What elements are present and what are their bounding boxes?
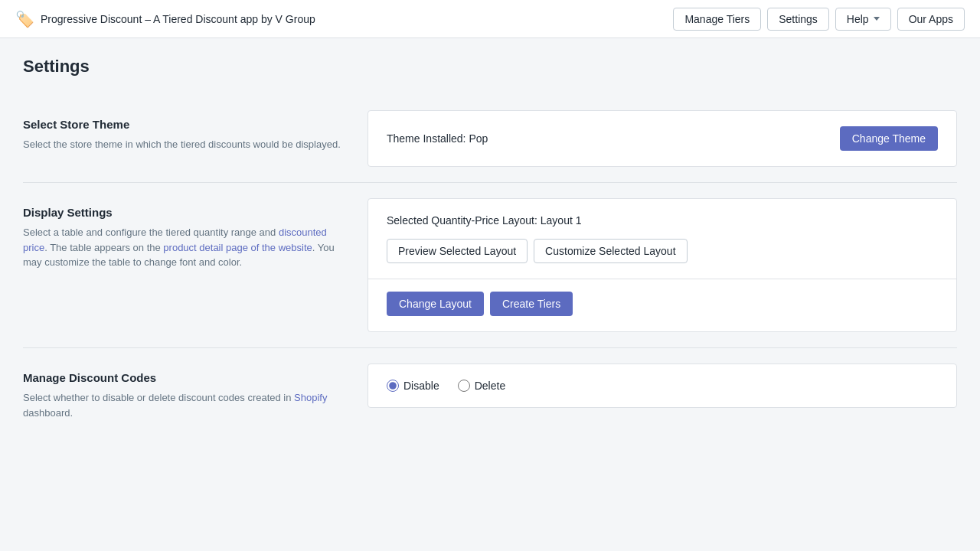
theme-installed-text: Theme Installed: Pop [387,132,488,145]
disable-radio[interactable] [387,380,399,392]
store-theme-content: Theme Installed: Pop Change Theme [352,95,957,182]
display-settings-label: Display Settings Select a table and conf… [23,183,352,347]
create-tiers-button[interactable]: Create Tiers [490,292,573,316]
display-settings-section: Display Settings Select a table and conf… [23,183,957,347]
settings-button[interactable]: Settings [767,8,829,31]
help-label: Help [847,13,869,25]
chevron-down-icon [874,17,880,21]
manage-codes-section: Manage Discount Codes Select whether to … [23,348,957,443]
store-theme-section: Select Store Theme Select the store them… [23,95,957,182]
store-theme-label: Select Store Theme Select the store them… [23,95,352,182]
manage-codes-label: Manage Discount Codes Select whether to … [23,348,352,443]
store-theme-card: Theme Installed: Pop Change Theme [368,110,957,167]
disable-radio-item[interactable]: Disable [387,380,439,392]
header-nav: Manage Tiers Settings Help Our Apps [673,8,965,31]
help-button[interactable]: Help [835,8,891,31]
display-settings-description: Select a table and configure the tiered … [23,225,352,270]
radio-row: Disable Delete [387,380,938,392]
delete-label: Delete [475,380,505,392]
page-title: Settings [23,57,957,77]
customize-selected-layout-button[interactable]: Customize Selected Layout [534,239,687,263]
our-apps-button[interactable]: Our Apps [897,8,965,31]
preview-selected-layout-button[interactable]: Preview Selected Layout [387,239,528,263]
main-content: Settings Select Store Theme Select the s… [0,38,980,461]
delete-radio-item[interactable]: Delete [458,380,505,392]
selected-layout-prefix: Selected Quantity-Price Layout: [387,214,537,227]
theme-installed-prefix: Theme Installed: [387,132,466,145]
theme-row: Theme Installed: Pop Change Theme [387,126,938,151]
inner-divider [368,279,956,279]
store-theme-description: Select the store theme in which the tier… [23,137,352,152]
display-settings-card: Selected Quantity-Price Layout: Layout 1… [368,198,957,332]
change-theme-button[interactable]: Change Theme [840,126,938,151]
change-layout-button[interactable]: Change Layout [387,292,484,316]
manage-codes-heading: Manage Discount Codes [23,371,352,384]
manage-codes-content: Disable Delete [352,348,957,443]
display-settings-content: Selected Quantity-Price Layout: Layout 1… [352,183,957,347]
theme-name: Pop [469,132,488,145]
header-logo: 🏷️ Progressive Discount – A Tiered Disco… [15,10,673,28]
delete-radio[interactable] [458,380,470,392]
product-detail-link: product detail page of the website [163,242,312,253]
manage-codes-description: Select whether to disable or delete disc… [23,390,352,420]
shopify-link: Shopify [294,392,327,403]
display-settings-heading: Display Settings [23,206,352,219]
manage-codes-card: Disable Delete [368,364,957,408]
disable-label: Disable [403,380,439,392]
app-logo-icon: 🏷️ [15,10,34,28]
store-theme-heading: Select Store Theme [23,118,352,131]
manage-tiers-button[interactable]: Manage Tiers [673,8,761,31]
layout-name: Layout 1 [541,214,582,227]
action-buttons-row: Change Layout Create Tiers [387,292,938,316]
app-title: Progressive Discount – A Tiered Discount… [41,13,315,25]
layout-buttons-row: Preview Selected Layout Customize Select… [387,239,938,263]
header: 🏷️ Progressive Discount – A Tiered Disco… [0,0,980,38]
selected-layout-text: Selected Quantity-Price Layout: Layout 1 [387,214,938,227]
